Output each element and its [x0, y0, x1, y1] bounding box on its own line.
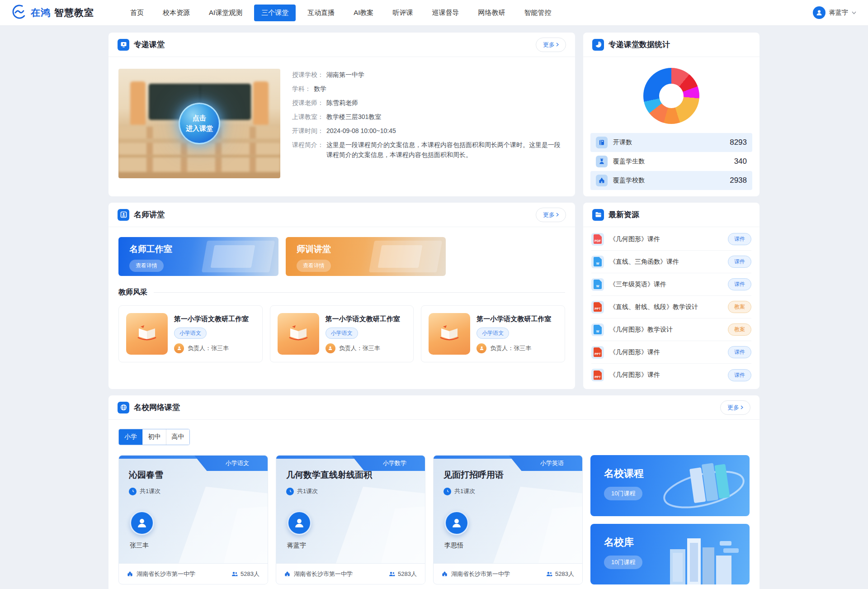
stats-title: 专递课堂数据统计: [609, 39, 670, 50]
teacher-avatar: [287, 511, 311, 535]
classroom-preview-image[interactable]: 点击 进入课堂: [118, 69, 280, 178]
teacher-avatar: [130, 511, 154, 535]
file-word-icon: W: [591, 323, 604, 336]
leader-name: 负责人：张三丰: [188, 344, 229, 352]
teacher-card[interactable]: 第一小学语文教研工作室 小学语文 负责人：张三丰: [118, 305, 263, 362]
open-book-illustration: [126, 313, 168, 355]
folder-icon: [592, 209, 604, 221]
open-book-illustration: [429, 313, 470, 355]
stat-row-students: 覆盖学生数 340: [590, 152, 752, 171]
delivery-stats-donut: [643, 68, 699, 124]
resource-item[interactable]: PPT 《直线、射线、线段》教学设计 教案: [591, 296, 751, 318]
leader-name: 负责人：张三丰: [490, 344, 531, 352]
nav-item-three-classrooms[interactable]: 三个课堂: [254, 5, 296, 21]
people-icon: [546, 571, 552, 577]
delivery-more-button[interactable]: 更多: [536, 38, 566, 52]
school-icon: [127, 571, 133, 577]
school-name: 湖南省长沙市第一中学: [137, 570, 195, 578]
subject-tag: 小学语文: [476, 328, 509, 339]
chevron-right-icon: [741, 405, 743, 409]
session-count: 共1课次: [140, 487, 160, 495]
globe-icon: [118, 402, 129, 413]
master-more-button[interactable]: 更多: [536, 208, 566, 222]
subject-ribbon: 小学语文: [194, 456, 268, 471]
course-details: 授课学校：湖南第一中学 学科：数学 授课老师：陈雪莉老师 上课教室：教学楼三层3…: [292, 69, 561, 178]
resource-item[interactable]: W 《几何图形》教学设计 教案: [591, 318, 751, 341]
file-ppt-icon: PPT: [591, 301, 604, 314]
student-count: 5283人: [398, 570, 417, 578]
leader-name: 负责人：张三丰: [339, 344, 380, 352]
resource-item[interactable]: PPT 《几何图形》课件 课件: [591, 341, 751, 364]
resource-type-tag: 教案: [728, 323, 751, 336]
file-word-icon: W: [591, 278, 604, 291]
session-count: 共1课次: [297, 487, 318, 495]
divider: [154, 292, 565, 293]
session-count: 共1课次: [454, 487, 475, 495]
tab-senior[interactable]: 高中: [166, 429, 189, 445]
subject-tag: 小学语文: [326, 328, 358, 339]
file-ppt-icon: PPT: [591, 369, 604, 381]
training-detail-button[interactable]: 查看详情: [297, 260, 331, 272]
master-workshop-banner[interactable]: 名师工作室 查看详情: [118, 237, 278, 276]
brand-logo[interactable]: 在鸿 智慧教室: [12, 4, 94, 21]
teacher-card[interactable]: 第一小学语文教研工作室 小学语文 负责人：张三丰: [421, 305, 565, 362]
stat-value: 8293: [730, 138, 747, 147]
buildings-illustration: [652, 526, 747, 585]
nav-item-patrol[interactable]: 巡课督导: [425, 5, 466, 21]
resource-item[interactable]: PDF 《几何图形》课件 课件: [591, 228, 751, 251]
nav-item-ai-lesson-plan[interactable]: AI教案: [346, 5, 381, 21]
screen-icon: [118, 39, 129, 51]
book-icon: [596, 137, 608, 148]
resource-type-tag: 课件: [728, 369, 751, 381]
stat-label: 覆盖学生数: [613, 157, 645, 166]
resource-item[interactable]: W 《直线、三角函数》课件 课件: [591, 251, 751, 273]
nav-item-school-resources[interactable]: 校本资源: [156, 5, 197, 21]
famous-schools-banner[interactable]: 名校库 10门课程: [590, 524, 750, 585]
tab-junior[interactable]: 初中: [142, 429, 166, 445]
workshop-detail-button[interactable]: 查看详情: [129, 260, 164, 272]
resource-type-tag: 课件: [728, 233, 751, 245]
books-orbit-illustration: [652, 457, 747, 516]
file-pdf-icon: PDF: [591, 233, 604, 246]
school-icon: [284, 571, 290, 577]
field-school: 授课学校：湖南第一中学: [292, 70, 561, 80]
nav-item-lesson-review[interactable]: 听评课: [385, 5, 420, 21]
file-ppt-icon: PPT: [591, 346, 604, 359]
subject-ribbon: 小学数学: [352, 456, 425, 471]
latest-resources-panel: 最新资源 PDF 《几何图形》课件 课件 W 《直线、三角函数》课件 课件 W …: [583, 203, 760, 389]
stat-value: 2938: [730, 176, 747, 185]
field-teacher: 授课老师：陈雪莉老师: [292, 98, 561, 108]
course-card[interactable]: 小学语文 沁园春雪 共1课次 张三丰 湖南省长沙市第一中学 5283人: [118, 455, 268, 584]
file-word-icon: W: [591, 256, 604, 268]
subject-tag: 小学语文: [174, 328, 207, 339]
people-icon: [389, 571, 395, 577]
course-title: 沁园春雪: [129, 469, 163, 481]
network-title: 名校网络课堂: [134, 402, 180, 413]
resource-type-tag: 教案: [728, 301, 751, 313]
famous-courses-banner[interactable]: 名校课程 10门课程: [590, 455, 750, 516]
course-card[interactable]: 小学英语 见面打招呼用语 共1课次 李思悟 湖南省长沙市第一中学 5283人: [433, 455, 583, 584]
nav-item-smart-control[interactable]: 智能管控: [517, 5, 558, 21]
leader-avatar: [476, 343, 486, 353]
swirl-logo-icon: [12, 4, 27, 21]
teacher-avatar: [444, 511, 469, 535]
field-intro: 课程简介：这里是一段课程简介的文案信息，本课程内容包括面积和周长两个课时。这里是…: [292, 140, 561, 160]
teacher-card[interactable]: 第一小学语文教研工作室 小学语文 负责人：张三丰: [270, 305, 414, 362]
nav-item-live[interactable]: 互动直播: [300, 5, 342, 21]
nav-item-home[interactable]: 首页: [123, 5, 151, 21]
teacher-training-banner[interactable]: 师训讲堂 查看详情: [286, 237, 446, 276]
resource-item[interactable]: W 《三年级英语》课件 课件: [591, 273, 751, 296]
nav-item-ai-observation[interactable]: AI课堂观测: [202, 5, 250, 21]
course-card[interactable]: 小学数学 几何数学直线射线面积 共1课次 蒋蓝宇 湖南省长沙市第一中学 5283…: [276, 455, 425, 584]
network-more-button[interactable]: 更多: [720, 400, 750, 415]
resource-item[interactable]: PPT 《几何图形》课件 课件: [591, 364, 751, 386]
brand-name-primary: 在鸿: [31, 6, 51, 19]
enter-classroom-button[interactable]: 点击 进入课堂: [179, 103, 220, 144]
subject-ribbon: 小学英语: [509, 456, 582, 471]
nav-item-online-research[interactable]: 网络教研: [471, 5, 512, 21]
grade-tabs: 小学 初中 高中: [118, 429, 190, 445]
user-menu[interactable]: 蒋蓝宇: [813, 6, 856, 19]
clock-icon: [443, 488, 451, 495]
course-count-badge: 10门课程: [604, 487, 642, 500]
tab-primary[interactable]: 小学: [119, 429, 142, 445]
